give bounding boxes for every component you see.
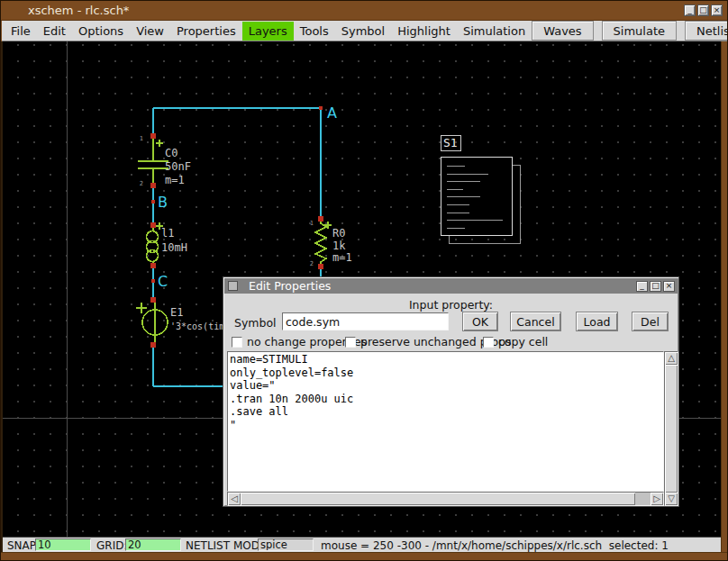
dialog-maximize-icon[interactable]: □: [650, 281, 661, 292]
minimize-icon[interactable]: _: [684, 5, 696, 16]
input-property-label: Input property:: [223, 298, 678, 312]
horizontal-scrollbar-thumb[interactable]: [241, 493, 635, 505]
snap-input[interactable]: [35, 538, 91, 551]
dialog-titlebar[interactable]: Edit Properties _ □ ×: [224, 278, 678, 294]
menu-view[interactable]: View: [130, 22, 170, 41]
window-titlebar[interactable]: xschem - rlc.sch* _ □ ×: [1, 1, 727, 21]
scroll-right-icon[interactable]: ▷: [651, 493, 663, 505]
resistor-pin1: 1: [310, 220, 314, 227]
copy-cell-label: copy cell: [498, 335, 548, 348]
code-symbol-s1[interactable]: S1: [441, 135, 520, 243]
grid-input[interactable]: [125, 538, 181, 551]
close-icon[interactable]: ×: [711, 5, 723, 16]
horizontal-scrollbar[interactable]: ◁ ▷: [227, 492, 664, 506]
property-textarea[interactable]: name=STIMULI only_toplevel=false value="…: [227, 351, 664, 492]
resistor-r0[interactable]: 1 2 R0 1k m=1: [310, 219, 352, 267]
capacitor-mult: m=1: [165, 174, 185, 186]
window-title: xschem - rlc.sch*: [28, 4, 129, 17]
waves-button[interactable]: Waves: [532, 21, 593, 41]
copy-cell-checkbox[interactable]: [483, 337, 494, 348]
dialog-window-menu-icon[interactable]: [228, 281, 238, 291]
scroll-down-icon[interactable]: ▽: [665, 493, 678, 505]
menu-tools[interactable]: Tools: [294, 22, 335, 41]
net-label-a[interactable]: A: [327, 104, 337, 122]
simulate-button[interactable]: Simulate: [602, 21, 677, 41]
window-frame-bottom: [1, 552, 727, 561]
resistor-ref: R0: [332, 227, 345, 240]
net-label-c[interactable]: C: [158, 273, 168, 290]
menu-options[interactable]: Options: [72, 22, 130, 41]
symbol-label: Symbol: [234, 316, 277, 330]
capacitor-c0[interactable]: 1 2 C0 50nF m=1: [138, 135, 191, 187]
maximize-icon[interactable]: □: [697, 5, 709, 16]
source-ref: E1: [170, 306, 183, 319]
window-controls: _ □ ×: [684, 5, 723, 16]
menu-layers[interactable]: Layers: [242, 22, 294, 41]
dialog-controls: _ □ ×: [636, 281, 675, 292]
resistor-mult: m=1: [332, 251, 352, 264]
window-frame-right: [721, 41, 727, 552]
vertical-scrollbar[interactable]: △ ▽: [664, 351, 678, 506]
mouse-status-text: mouse = 250 -300 - /mnt/x/home/schippes/…: [321, 539, 669, 552]
ok-button[interactable]: OK: [462, 312, 498, 331]
resistor-value: 1k: [332, 240, 346, 252]
capacitor-pin2: 2: [140, 180, 143, 187]
netlist-button[interactable]: Netlist: [685, 21, 728, 41]
symbol-input[interactable]: [282, 312, 449, 330]
menubar-right: Waves Simulate Netlist Help: [532, 21, 728, 41]
scroll-left-icon[interactable]: ◁: [228, 493, 241, 505]
edit-properties-dialog: Edit Properties _ □ × Input property: Sy…: [223, 276, 679, 507]
menu-simulation[interactable]: Simulation: [457, 22, 532, 41]
resistor-pin2: 2: [310, 260, 314, 267]
inductor-value: 10mH: [161, 241, 187, 254]
menu-highlight[interactable]: Highlight: [391, 22, 457, 41]
inductor-l1[interactable]: l1 10mH: [147, 222, 187, 266]
netlist-mode-input[interactable]: [258, 538, 314, 551]
del-button[interactable]: Del: [632, 312, 669, 331]
vertical-scrollbar-thumb[interactable]: [665, 365, 678, 493]
dialog-close-icon[interactable]: ×: [663, 281, 675, 292]
menu-symbol[interactable]: Symbol: [335, 22, 391, 41]
net-label-b[interactable]: B: [158, 194, 168, 211]
window-frame-left: [1, 41, 3, 552]
preserve-unchanged-props-checkbox[interactable]: [345, 337, 356, 348]
inductor-ref: l1: [161, 227, 174, 240]
statusbar: SNAP: GRID: NETLIST MODE: mouse = 250 -3…: [3, 537, 723, 552]
dialog-title: Edit Properties: [249, 279, 331, 293]
code-symbol-ref: S1: [443, 136, 458, 149]
scroll-up-icon[interactable]: △: [665, 352, 678, 365]
xschem-window: xschem - rlc.sch* _ □ × File Edit Option…: [0, 0, 728, 561]
menu-edit[interactable]: Edit: [37, 22, 72, 41]
menu-properties[interactable]: Properties: [170, 22, 242, 41]
capacitor-pin1: 1: [140, 135, 143, 142]
capacitor-value: 50nF: [165, 160, 191, 173]
no-change-properties-checkbox[interactable]: [232, 337, 242, 348]
menubar: File Edit Options View Properties Layers…: [2, 21, 728, 41]
dialog-minimize-icon[interactable]: _: [636, 281, 648, 292]
load-button[interactable]: Load: [576, 312, 618, 331]
menu-file[interactable]: File: [5, 22, 37, 41]
grid-label: GRID:: [96, 539, 127, 552]
capacitor-ref: C0: [165, 147, 177, 159]
cancel-button[interactable]: Cancel: [510, 312, 561, 331]
